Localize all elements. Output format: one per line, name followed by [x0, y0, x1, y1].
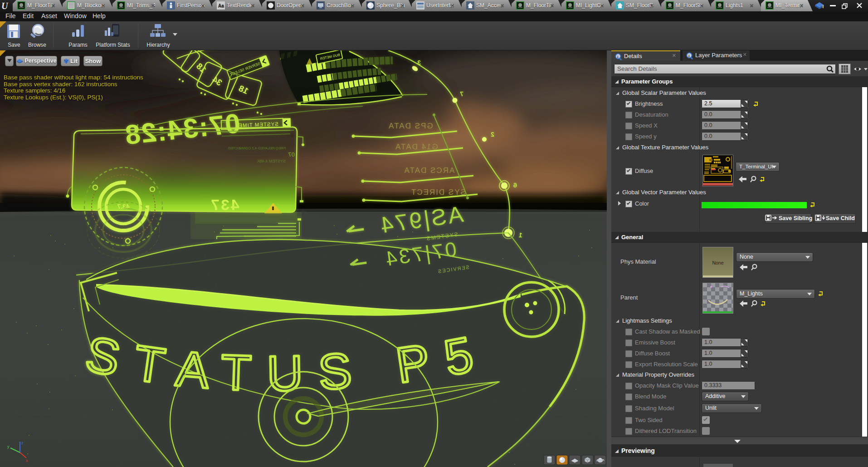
svg-text:Aa: Aa	[218, 3, 224, 8]
svg-text:7: 7	[460, 90, 463, 98]
svg-text:y: y	[7, 444, 10, 449]
svg-text:437: 437	[210, 196, 239, 213]
svg-text:GPS DATA: GPS DATA	[388, 122, 433, 130]
svg-text:ARCS DATA: ARCS DATA	[404, 166, 455, 175]
svg-text:FREQ RELAYED 4.2 CONNECTED: FREQ RELAYED 4.2 CONNECTED	[228, 146, 286, 150]
svg-text:G14 DATA: G14 DATA	[395, 143, 438, 151]
svg-text:U: U	[1, 1, 9, 11]
svg-text:07: 07	[288, 151, 295, 158]
svg-text:SYS DIRECT: SYS DIRECT	[410, 188, 466, 197]
svg-text:1: 1	[519, 231, 522, 239]
svg-text:z: z	[21, 441, 24, 445]
svg-text:18: 18	[237, 84, 250, 96]
svg-text:3: 3	[417, 59, 421, 66]
svg-text:SYSTEM 4 48K: SYSTEM 4 48K	[257, 159, 286, 163]
svg-text:2: 2	[491, 131, 494, 138]
svg-text:6: 6	[513, 181, 517, 189]
svg-text:x: x	[26, 458, 28, 463]
svg-text:34: 34	[210, 74, 224, 88]
